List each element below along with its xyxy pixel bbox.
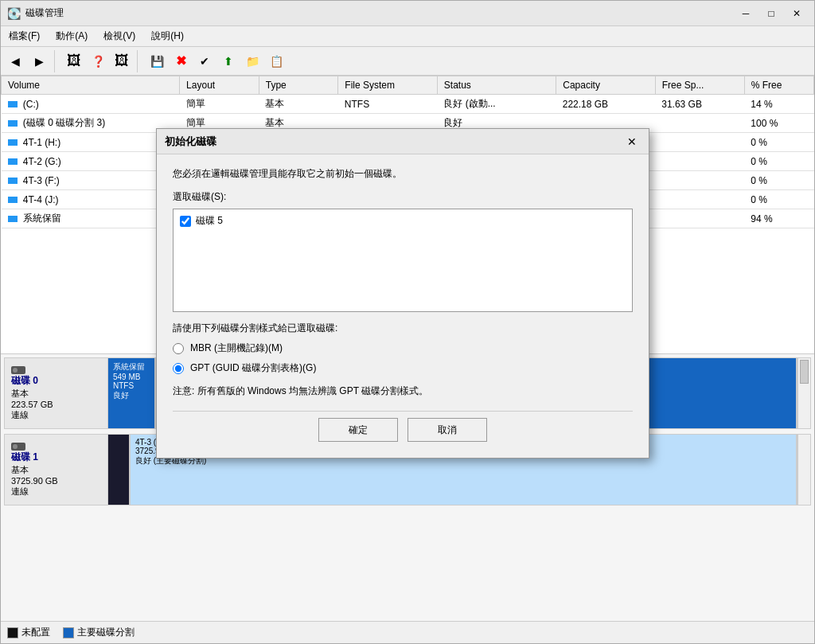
cell-volume: 4T-1 (H:)	[2, 133, 180, 152]
col-free[interactable]: Free Sp...	[655, 76, 744, 95]
sys-partition-fs: NTFS	[113, 381, 150, 390]
disk-1-partition-dark[interactable]	[108, 435, 131, 505]
menu-file[interactable]: 檔案(F)	[1, 28, 48, 45]
dialog-close-button[interactable]: ✕	[623, 133, 641, 150]
disk-0-status: 連線	[11, 409, 101, 421]
table-row[interactable]: (C:) 簡單 基本 NTFS 良好 (啟動... 222.18 GB 31.6…	[2, 95, 814, 114]
cell-pct: 94 %	[744, 209, 813, 228]
status-bar: 未配置 主要磁碟分割	[1, 621, 814, 643]
menu-help[interactable]: 說明(H)	[143, 28, 192, 45]
forward-button[interactable]: ▶	[28, 50, 50, 72]
ok-button[interactable]: 確定	[318, 418, 398, 442]
disk-0-scrollbar[interactable]	[797, 358, 810, 428]
minimize-button[interactable]: ─	[735, 5, 757, 22]
disk-list-item-0[interactable]: 磁碟 5	[177, 213, 629, 229]
folder-button[interactable]: 📁	[241, 50, 263, 72]
sys-partition-label: 系統保留	[113, 361, 150, 373]
col-volume[interactable]: Volume	[2, 76, 180, 95]
dialog-description: 您必須在邏輯磁碟管理員能存取它之前初始一個磁碟。	[173, 167, 633, 181]
toolbar-separator-2	[137, 50, 142, 72]
cell-layout: 簡單	[180, 95, 259, 114]
legend-primary-box	[63, 627, 74, 638]
legend-primary: 主要磁碟分割	[63, 626, 135, 639]
gpt-option[interactable]: GPT (GUID 磁碟分割表格)(G)	[173, 361, 633, 375]
dialog-body: 您必須在邏輯磁碟管理員能存取它之前初始一個磁碟。 選取磁碟(S): 磁碟 5 請…	[157, 154, 649, 458]
cell-pct: 14 %	[744, 95, 813, 114]
toolbar-separator-1	[54, 50, 59, 72]
sys-partition-status: 良好	[113, 390, 150, 401]
disk-0-size: 223.57 GB	[11, 400, 101, 409]
cell-volume: 4T-3 (F:)	[2, 171, 180, 190]
svg-point-1	[13, 368, 18, 373]
disk-1-status: 連線	[11, 486, 101, 498]
disk-1-name: 磁碟 1	[11, 451, 101, 464]
cell-volume: 4T-2 (G:)	[2, 152, 180, 171]
cell-pct: 100 %	[744, 114, 813, 133]
cell-volume: 系統保留	[2, 209, 180, 228]
cell-pct: 0 %	[744, 152, 813, 171]
check-button[interactable]: ✔	[193, 50, 216, 72]
cancel-button[interactable]: 取消	[408, 418, 487, 442]
svg-point-3	[13, 444, 18, 449]
view1-button[interactable]: 🖼	[63, 50, 85, 72]
list-button[interactable]: 📋	[265, 50, 287, 72]
cell-free	[655, 152, 744, 171]
gpt-radio[interactable]	[173, 363, 184, 374]
disk-button[interactable]: 💾	[146, 50, 168, 72]
legend-primary-label: 主要磁碟分割	[77, 626, 135, 639]
help-button[interactable]: ❓	[87, 50, 109, 72]
disk-5-label: 磁碟 5	[196, 214, 223, 228]
legend-unallocated-box	[7, 627, 18, 638]
cell-type: 基本	[259, 95, 338, 114]
cell-free	[655, 209, 744, 228]
cell-free	[655, 114, 744, 133]
disk-label-0: 磁碟 0 基本 223.57 GB 連線	[5, 358, 108, 428]
cell-volume: (C:)	[2, 95, 180, 114]
partition-style-label: 請使用下列磁碟分割樣式給已選取磁碟:	[173, 322, 633, 335]
col-status[interactable]: Status	[437, 76, 556, 95]
maximize-button[interactable]: □	[760, 5, 782, 22]
cell-pct: 0 %	[744, 171, 813, 190]
back-button[interactable]: ◀	[4, 50, 26, 72]
disk-5-checkbox[interactable]	[180, 216, 191, 227]
cell-filesystem: NTFS	[338, 95, 438, 114]
cell-pct: 0 %	[744, 190, 813, 209]
disk-0-name: 磁碟 0	[11, 374, 101, 388]
disk-checkbox-list[interactable]: 磁碟 5	[173, 209, 633, 312]
mbr-label: MBR (主開機記錄)(M)	[190, 342, 283, 355]
dialog-title: 初始化磁碟	[165, 135, 216, 149]
notice-text: 注意: 所有舊版的 Windows 均無法辨識 GPT 磁碟分割樣式。	[173, 384, 633, 398]
mbr-option[interactable]: MBR (主開機記錄)(M)	[173, 342, 633, 355]
close-button[interactable]: ✕	[786, 5, 808, 22]
legend-unallocated-label: 未配置	[21, 626, 50, 639]
sys-partition-detail: 549 MB	[113, 373, 150, 381]
cell-volume: (磁碟 0 磁碟分割 3)	[2, 114, 180, 133]
menu-action[interactable]: 動作(A)	[48, 28, 96, 45]
toolbar: ◀ ▶ 🖼 ❓ 🖼 💾 ✖ ✔ ⬆ 📁 📋	[1, 47, 814, 76]
disk-0-type: 基本	[11, 388, 101, 400]
menu-bar: 檔案(F) 動作(A) 檢視(V) 說明(H)	[1, 26, 814, 47]
mbr-radio[interactable]	[173, 343, 184, 354]
title-bar: 💽 磁碟管理 ─ □ ✕	[1, 1, 814, 26]
cell-free: 31.63 GB	[655, 95, 744, 114]
disk-1-scrollbar[interactable]	[797, 435, 810, 505]
col-capacity[interactable]: Capacity	[556, 76, 656, 95]
cell-free	[655, 190, 744, 209]
col-pct[interactable]: % Free	[744, 76, 813, 95]
cell-free	[655, 171, 744, 190]
up-button[interactable]: ⬆	[217, 50, 240, 72]
delete-button[interactable]: ✖	[170, 50, 192, 72]
disk-0-partition-sys[interactable]: 系統保留 549 MB NTFS 良好	[108, 358, 156, 428]
cell-free	[655, 133, 744, 152]
col-filesystem[interactable]: File System	[338, 76, 438, 95]
cell-pct: 0 %	[744, 133, 813, 152]
col-type[interactable]: Type	[259, 76, 338, 95]
window-title: 磁碟管理	[25, 6, 735, 20]
view2-button[interactable]: 🖼	[111, 50, 133, 72]
partition-style-group: MBR (主開機記錄)(M) GPT (GUID 磁碟分割表格)(G)	[173, 342, 633, 375]
menu-view[interactable]: 檢視(V)	[96, 28, 143, 45]
disk-label-1: 磁碟 1 基本 3725.90 GB 連線	[5, 435, 108, 505]
disk-0-icon	[11, 363, 101, 374]
col-layout[interactable]: Layout	[180, 76, 259, 95]
cell-status: 良好 (啟動...	[437, 95, 556, 114]
